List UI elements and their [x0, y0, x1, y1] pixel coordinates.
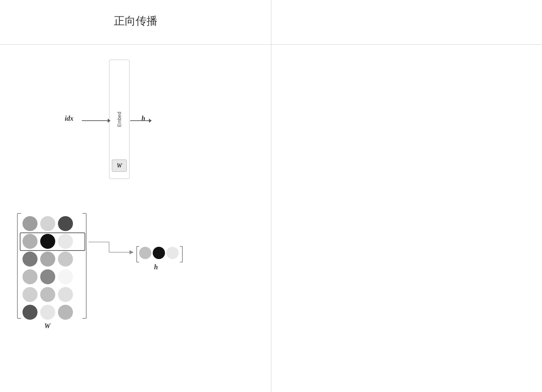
left-embed-label: Embed	[117, 112, 122, 127]
circle-4-2	[58, 287, 73, 302]
circle-4-1	[40, 287, 55, 302]
left-idx-group: idx	[65, 115, 74, 122]
circle-5-2	[58, 305, 73, 320]
left-panel-title: 正向传播	[0, 0, 271, 29]
left-circle-grid	[21, 215, 74, 321]
left-idx-arrow	[82, 119, 110, 123]
circle-3-0	[22, 269, 37, 284]
left-panel: 正向传播 Embed W idx h	[0, 0, 271, 392]
main-container: 正向传播 Embed W idx h	[0, 0, 542, 392]
left-w-box: W	[112, 160, 127, 172]
circle-5-1	[40, 305, 55, 320]
left-idx-label: idx	[65, 115, 74, 122]
vertical-divider	[271, 0, 271, 392]
svg-marker-3	[130, 250, 134, 254]
circle-2-2	[58, 252, 73, 267]
left-bracket-right	[82, 213, 87, 319]
circle-2-1	[40, 252, 55, 267]
circle-2-0	[22, 252, 37, 267]
circle-0-2	[58, 216, 73, 231]
circle-3-1	[40, 269, 55, 284]
circle-0-1	[40, 216, 55, 231]
left-h-arrow	[130, 119, 152, 123]
circle-5-0	[22, 305, 37, 320]
left-w-bottom-label: W	[44, 322, 50, 330]
left-bracket-left	[17, 213, 21, 319]
left-embed-box: Embed W	[109, 60, 130, 179]
left-highlight-row	[20, 232, 85, 251]
circle-3-2	[58, 269, 73, 284]
circle-4-0	[22, 287, 37, 302]
circle-0-0	[22, 216, 37, 231]
